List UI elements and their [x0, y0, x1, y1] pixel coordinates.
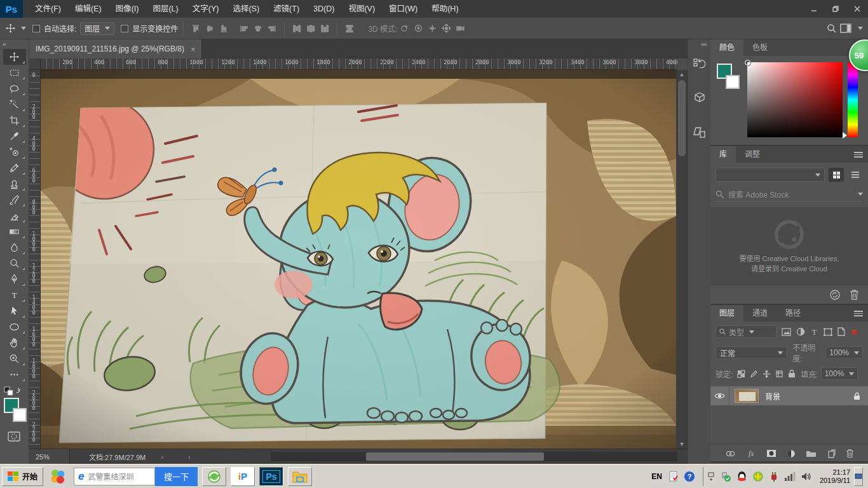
- menu-item[interactable]: 图像(I): [109, 0, 146, 18]
- distribute-vertical-icon[interactable]: [304, 22, 317, 35]
- lock-artboard-icon[interactable]: [775, 370, 783, 378]
- path-selection-tool[interactable]: [3, 303, 26, 319]
- canvas-photo[interactable]: [41, 70, 676, 449]
- move-tool[interactable]: [3, 49, 26, 65]
- zoom-tool[interactable]: [3, 351, 26, 367]
- scroll-down-icon[interactable]: ▼: [676, 440, 688, 449]
- menu-item[interactable]: 滤镜(T): [266, 0, 306, 18]
- hand-tool[interactable]: [3, 335, 26, 351]
- qq-tray-icon[interactable]: [736, 471, 747, 482]
- plug-tray-icon[interactable]: [769, 471, 779, 482]
- menu-item[interactable]: 帮助(H): [424, 0, 465, 18]
- quick-mask-icon[interactable]: [8, 431, 29, 445]
- pen-tool[interactable]: [3, 271, 26, 287]
- distribute-horizontal-icon[interactable]: [343, 22, 356, 35]
- hue-slider[interactable]: [848, 62, 858, 137]
- color-field-marker[interactable]: [745, 60, 750, 65]
- lock-position-icon[interactable]: [763, 370, 771, 378]
- layer-style-icon[interactable]: fx: [746, 449, 756, 458]
- panel-background-swatch[interactable]: [726, 75, 740, 89]
- new-group-icon[interactable]: [806, 449, 817, 458]
- add-mask-icon[interactable]: [766, 449, 776, 458]
- filter-smart-objects-icon[interactable]: [837, 327, 845, 336]
- color-swatch-pair[interactable]: [3, 398, 31, 426]
- library-select-dropdown[interactable]: [715, 168, 825, 182]
- layer-filter-toggle[interactable]: [851, 329, 857, 335]
- align-bottom-edges-icon[interactable]: [217, 22, 230, 35]
- tab-libraries[interactable]: 库: [710, 146, 736, 163]
- tab-channels[interactable]: 通道: [743, 305, 776, 322]
- blend-mode-dropdown[interactable]: 正常: [715, 346, 787, 359]
- list-view-button[interactable]: [848, 168, 863, 182]
- tab-swatches[interactable]: 色板: [743, 39, 776, 56]
- crop-tool[interactable]: [3, 112, 26, 128]
- document-tab[interactable]: IMG_20190911_211516.jpg @ 25%(RGB/8) ×: [29, 39, 202, 58]
- adobe-stock-search[interactable]: 搜索 Adobe Stock: [715, 187, 863, 202]
- search-go-button[interactable]: 搜一下: [155, 467, 198, 486]
- menu-item[interactable]: 编辑(E): [68, 0, 109, 18]
- layer-row[interactable]: 背景: [710, 386, 868, 405]
- 3d-slide-icon[interactable]: [440, 22, 452, 35]
- scroll-up-icon[interactable]: ▲: [676, 70, 688, 79]
- grid-view-button[interactable]: [829, 168, 844, 182]
- tab-close-icon[interactable]: ×: [191, 44, 196, 54]
- align-horizontal-centers-icon[interactable]: [252, 22, 264, 35]
- zoom-level-field[interactable]: 25%: [29, 449, 70, 464]
- distribute-top-icon[interactable]: [290, 22, 303, 35]
- 3d-drag-icon[interactable]: [426, 22, 438, 35]
- red-eye-tool[interactable]: [3, 144, 26, 160]
- trash-icon[interactable]: [850, 289, 859, 300]
- saturation-field[interactable]: [747, 62, 843, 137]
- close-button[interactable]: [846, 1, 868, 17]
- 3d-rotate-icon[interactable]: [398, 22, 410, 35]
- antivirus-shield-tray-icon[interactable]: [752, 471, 764, 482]
- lock-all-icon[interactable]: [788, 369, 796, 378]
- filter-shape-layers-icon[interactable]: [824, 328, 832, 336]
- hue-slider-marker[interactable]: [843, 132, 847, 139]
- volume-tray-icon[interactable]: [801, 471, 812, 482]
- network-signal-tray-icon[interactable]: [784, 471, 796, 482]
- adjustment-layer-icon[interactable]: [787, 449, 796, 458]
- eraser-tool[interactable]: [3, 208, 26, 224]
- magic-wand-tool[interactable]: [3, 97, 26, 112]
- filter-type-layers-icon[interactable]: T: [810, 328, 818, 336]
- lasso-tool[interactable]: [3, 81, 26, 97]
- expand-panels-icon[interactable]: ««: [688, 39, 710, 49]
- tray-clock[interactable]: 21:17 2019/9/11: [820, 468, 850, 485]
- history-brush-tool[interactable]: [3, 192, 26, 208]
- distribute-bottom-icon[interactable]: [318, 22, 331, 35]
- default-colors-icon[interactable]: [4, 386, 23, 396]
- tray-expand-icon[interactable]: [707, 472, 715, 481]
- align-right-edges-icon[interactable]: [266, 22, 278, 35]
- usb-tray-icon[interactable]: [720, 471, 731, 482]
- ellipse-tool[interactable]: [3, 319, 26, 335]
- file-explorer-icon[interactable]: [288, 467, 312, 486]
- pencil-tool[interactable]: [3, 160, 26, 176]
- opacity-field[interactable]: 100%: [825, 346, 863, 359]
- search-input[interactable]: e 武警集结深圳: [74, 468, 155, 485]
- restore-button[interactable]: [825, 1, 846, 17]
- 3d-camera-icon[interactable]: [454, 22, 466, 35]
- green-browser-icon[interactable]: [202, 467, 226, 486]
- new-layer-icon[interactable]: [827, 449, 836, 458]
- horizontal-scrollbar[interactable]: [271, 452, 677, 461]
- menu-item[interactable]: 3D(D): [306, 0, 341, 18]
- clone-stamp-tool[interactable]: [3, 176, 26, 192]
- help-tray-icon[interactable]: ?: [684, 471, 695, 482]
- lock-pixels-icon[interactable]: [750, 370, 758, 378]
- auto-select-checkbox[interactable]: [32, 25, 40, 32]
- history-panel-icon[interactable]: [691, 55, 709, 73]
- tab-layers[interactable]: 图层: [710, 305, 743, 322]
- background-color-swatch[interactable]: [13, 408, 27, 422]
- fill-field[interactable]: 100%: [821, 367, 858, 380]
- vertical-scroll-thumb[interactable]: [678, 80, 686, 156]
- cloud-sync-icon[interactable]: [829, 289, 841, 301]
- filter-pixel-layers-icon[interactable]: [782, 328, 791, 336]
- vertical-scrollbar[interactable]: ▲ ▼: [676, 70, 688, 449]
- status-menu-icon[interactable]: › ‹: [161, 453, 201, 461]
- gradient-tool[interactable]: [3, 224, 26, 240]
- menu-item[interactable]: 文字(Y): [186, 0, 226, 18]
- dodge-tool[interactable]: [3, 255, 26, 271]
- auto-select-dropdown[interactable]: 图层: [80, 22, 114, 35]
- photoshop-taskbar-button[interactable]: Ps: [259, 467, 283, 486]
